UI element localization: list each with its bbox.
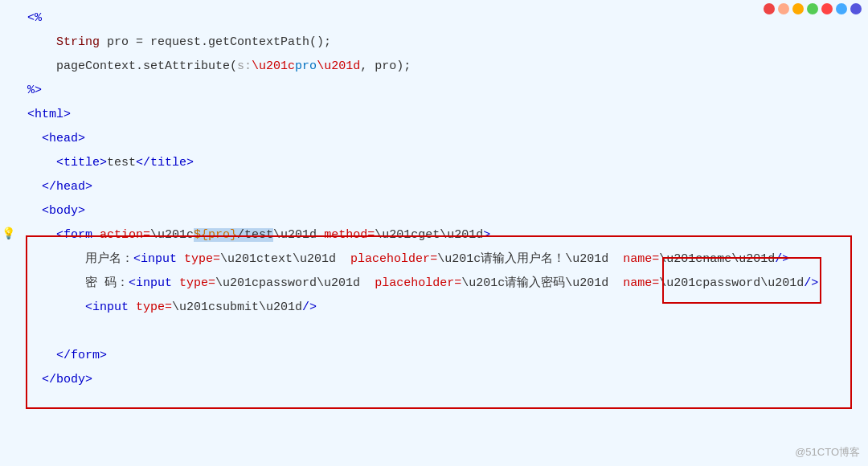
line-content-8: </head>: [24, 176, 868, 198]
line-num-3: [0, 55, 24, 58]
line-num-2: [0, 31, 24, 34]
line-num-6: [0, 128, 24, 130]
bulb-icon: 💡: [2, 227, 15, 240]
code-line-16: </body>: [0, 368, 868, 392]
code-line-8: </head>: [0, 175, 868, 199]
line-content-1: <%: [24, 7, 868, 30]
code-line-11: 用户名：<input type=\u201ctext\u201d placeho…: [0, 247, 868, 272]
code-area: <% String pro = request.getContextPath()…: [0, 0, 868, 466]
line-content-5: <html>: [24, 104, 868, 126]
code-line-4: %>: [0, 79, 868, 103]
watermark: @51CTO博客: [795, 445, 860, 460]
line-num-11: [0, 248, 24, 251]
line-content-4: %>: [24, 80, 868, 102]
code-line-6: <head>: [0, 127, 868, 151]
line-num-13: [0, 296, 24, 299]
code-line-3: pageContext.setAttribute(s:\u201cpro\u20…: [0, 55, 868, 79]
line-content-11: 用户名：<input type=\u201ctext\u201d placeho…: [24, 248, 868, 271]
line-content-12: 密 码：<input type=\u201cpassword\u201d pla…: [24, 272, 868, 295]
code-line-9: <body>: [0, 199, 868, 223]
line-num-5: [0, 104, 24, 106]
line-num-12: [0, 272, 24, 275]
code-line-5: <html>: [0, 103, 868, 127]
code-line-2: String pro = request.getContextPath();: [0, 31, 868, 55]
line-num-16: [0, 369, 24, 371]
line-num-10: 💡: [0, 224, 24, 227]
line-content-14: [24, 321, 868, 343]
code-line-13: <input type=\u201csubmit\u201d/>: [0, 296, 868, 320]
code-line-10: 💡 <form action=\u201c${pro}/test\u201d m…: [0, 223, 868, 247]
line-content-9: <body>: [24, 200, 868, 223]
line-content-15: </form>: [24, 345, 868, 367]
line-content-7: <title>test</title>: [24, 152, 868, 174]
line-content-3: pageContext.setAttribute(s:\u201cpro\u20…: [24, 55, 868, 78]
line-content-6: <head>: [24, 128, 868, 150]
code-line-12: 密 码：<input type=\u201cpassword\u201d pla…: [0, 272, 868, 296]
line-content-16: </body>: [24, 369, 868, 391]
line-num-14: [0, 321, 24, 323]
code-line-1: <%: [0, 6, 868, 31]
line-num-9: [0, 200, 24, 202]
code-line-14: [0, 320, 868, 344]
line-num-15: [0, 345, 24, 347]
line-num-4: [0, 80, 24, 82]
line-num-1: [0, 7, 24, 10]
line-content-10: <form action=\u201c${pro}/test\u201d met…: [24, 224, 868, 247]
line-content-2: String pro = request.getContextPath();: [24, 31, 868, 54]
line-content-13: <input type=\u201csubmit\u201d/>: [24, 296, 868, 319]
line-num-8: [0, 176, 24, 178]
code-line-15: </form>: [0, 344, 868, 368]
line-num-7: [0, 152, 24, 154]
code-line-7: <title>test</title>: [0, 151, 868, 175]
